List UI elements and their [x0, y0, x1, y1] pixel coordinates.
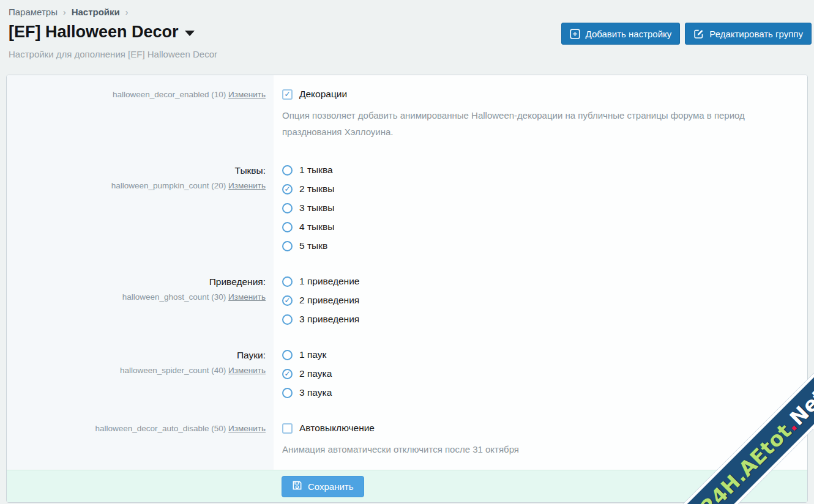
option-meta-pumpkin-count: Тыквы:halloween_pumpkin_count (20) Измен…	[7, 165, 274, 251]
radio-option-spider-count-2[interactable]: ✓3 паука	[282, 387, 783, 398]
radio-option-pumpkin-count-3[interactable]: ✓4 тыквы	[282, 221, 783, 232]
option-control-ghost-count: ✓1 приведение✓2 приведения✓3 приведения	[274, 276, 807, 325]
save-button-label: Сохранить	[308, 481, 354, 492]
radio-icon: ✓	[282, 295, 293, 306]
page-subtitle: Настройки для дополнения [EF] Halloween …	[9, 49, 812, 59]
option-row-decor-enabled: halloween_decor_enabled (10) Изменить✓Де…	[7, 89, 807, 140]
page-title[interactable]: [EF] Halloween Decor	[9, 23, 195, 42]
radio-label: 3 тыквы	[299, 202, 334, 213]
option-title: Пауки:	[7, 350, 266, 361]
breadcrumb-separator: ›	[63, 7, 66, 17]
control-reference: halloween_decor_enabled (10) Изменить	[7, 89, 266, 101]
add-option-label: Добавить настройку	[586, 29, 672, 39]
radio-group-ghost-count: ✓1 приведение✓2 приведения✓3 приведения	[282, 276, 783, 325]
options-list: halloween_decor_enabled (10) Изменить✓Де…	[7, 75, 807, 470]
radio-option-pumpkin-count-0[interactable]: ✓1 тыква	[282, 165, 783, 176]
breadcrumb-item-1[interactable]: Настройки	[72, 7, 120, 17]
option-row-ghost-count: Приведения:halloween_ghost_count (30) Из…	[7, 276, 807, 325]
check-mark-icon: ✓	[284, 185, 290, 193]
radio-icon: ✓	[282, 369, 293, 379]
header-buttons: Добавить настройку Редактировать группу	[561, 23, 812, 45]
option-description: Анимация автоматически отключится после …	[282, 441, 783, 458]
checkbox-decor-enabled[interactable]: ✓Декорации	[282, 89, 783, 100]
option-meta-ghost-count: Приведения:halloween_ghost_count (30) Из…	[7, 276, 274, 325]
option-row-pumpkin-count: Тыквы:halloween_pumpkin_count (20) Измен…	[7, 165, 807, 251]
checkbox-decor-auto-disable[interactable]: ✓Автовыключение	[282, 423, 783, 434]
check-mark-icon: ✓	[284, 370, 290, 377]
edit-option-link[interactable]: Изменить	[228, 90, 266, 99]
edit-option-link[interactable]: Изменить	[228, 424, 266, 433]
edit-option-link[interactable]: Изменить	[228, 292, 266, 302]
breadcrumb: Параметры›Настройки›	[9, 7, 812, 17]
radio-option-pumpkin-count-1[interactable]: ✓2 тыквы	[282, 183, 783, 195]
check-mark-icon: ✓	[284, 91, 290, 98]
radio-label: 3 приведения	[299, 314, 359, 325]
radio-label: 1 приведение	[299, 276, 359, 287]
page-header: Параметры›Настройки› [EF] Halloween Deco…	[0, 0, 814, 59]
checkbox-label: Автовыключение	[299, 423, 375, 434]
radio-label: 2 приведения	[299, 295, 359, 306]
checkbox-icon: ✓	[282, 89, 293, 100]
radio-icon: ✓	[282, 388, 293, 398]
option-title: Тыквы:	[7, 165, 266, 176]
radio-icon: ✓	[282, 165, 293, 176]
radio-icon: ✓	[282, 276, 293, 287]
radio-label: 2 тыквы	[299, 183, 334, 195]
radio-option-pumpkin-count-4[interactable]: ✓5 тыкв	[282, 240, 783, 251]
options-panel: halloween_decor_enabled (10) Изменить✓Де…	[6, 75, 808, 503]
control-reference: halloween_pumpkin_count (20) Изменить	[7, 180, 266, 192]
radio-icon: ✓	[282, 203, 293, 213]
radio-icon: ✓	[282, 241, 293, 251]
control-reference: halloween_decor_auto_disable (50) Измени…	[7, 423, 266, 435]
radio-option-ghost-count-0[interactable]: ✓1 приведение	[282, 276, 783, 287]
option-meta-decor-auto-disable: halloween_decor_auto_disable (50) Измени…	[7, 423, 274, 458]
option-meta-spider-count: Пауки:halloween_spider_count (40) Измени…	[7, 349, 274, 398]
add-option-button[interactable]: Добавить настройку	[561, 23, 681, 45]
radio-icon: ✓	[282, 314, 293, 325]
option-control-spider-count: ✓1 паук✓2 паука✓3 паука	[274, 349, 807, 398]
option-control-pumpkin-count: ✓1 тыква✓2 тыквы✓3 тыквы✓4 тыквы✓5 тыкв	[274, 165, 807, 251]
radio-group-spider-count: ✓1 паук✓2 паука✓3 паука	[282, 349, 783, 398]
radio-option-pumpkin-count-2[interactable]: ✓3 тыквы	[282, 202, 783, 213]
plus-square-icon	[570, 29, 580, 39]
breadcrumb-item-0[interactable]: Параметры	[9, 7, 58, 17]
radio-label: 4 тыквы	[299, 221, 334, 232]
breadcrumb-separator: ›	[125, 7, 129, 17]
control-name: halloween_ghost_count (30)	[122, 292, 228, 302]
radio-label: 1 паук	[299, 349, 326, 360]
save-floppy-icon	[292, 480, 302, 492]
checkbox-label: Декорации	[299, 89, 347, 100]
radio-label: 3 паука	[299, 387, 332, 398]
edit-option-link[interactable]: Изменить	[228, 366, 266, 375]
radio-option-spider-count-0[interactable]: ✓1 паук	[282, 349, 783, 360]
control-name: halloween_decor_auto_disable (50)	[95, 424, 228, 433]
option-row-spider-count: Пауки:halloween_spider_count (40) Измени…	[7, 349, 807, 398]
radio-icon: ✓	[282, 350, 293, 360]
edit-group-button[interactable]: Редактировать группу	[685, 23, 812, 45]
option-description: Опция позволяет добавить анимированные H…	[282, 107, 783, 140]
page-title-text: [EF] Halloween Decor	[9, 23, 179, 42]
radio-group-pumpkin-count: ✓1 тыква✓2 тыквы✓3 тыквы✓4 тыквы✓5 тыкв	[282, 165, 783, 251]
option-row-decor-auto-disable: halloween_decor_auto_disable (50) Измени…	[7, 423, 807, 458]
edit-group-label: Редактировать группу	[709, 29, 803, 39]
radio-label: 5 тыкв	[299, 240, 327, 251]
radio-label: 1 тыква	[299, 165, 333, 176]
control-reference: halloween_spider_count (40) Изменить	[7, 365, 266, 377]
radio-icon: ✓	[282, 184, 293, 195]
panel-footer: Сохранить	[7, 470, 807, 502]
radio-option-ghost-count-2[interactable]: ✓3 приведения	[282, 314, 783, 325]
option-control-decor-enabled: ✓ДекорацииОпция позволяет добавить аними…	[274, 89, 807, 140]
radio-option-spider-count-1[interactable]: ✓2 паука	[282, 368, 783, 379]
edit-option-link[interactable]: Изменить	[228, 181, 266, 190]
checkbox-icon: ✓	[282, 423, 293, 434]
title-row: [EF] Halloween Decor Добавить настройку …	[9, 23, 812, 45]
option-meta-decor-enabled: halloween_decor_enabled (10) Изменить	[7, 89, 274, 140]
radio-option-ghost-count-1[interactable]: ✓2 приведения	[282, 295, 783, 306]
option-title: Приведения:	[7, 276, 266, 287]
chevron-down-icon	[185, 31, 195, 36]
option-control-decor-auto-disable: ✓АвтовыключениеАнимация автоматически от…	[274, 423, 807, 458]
edit-pencil-icon	[693, 29, 704, 39]
control-name: halloween_spider_count (40)	[120, 366, 228, 375]
radio-icon: ✓	[282, 222, 293, 232]
save-button[interactable]: Сохранить	[282, 476, 364, 497]
